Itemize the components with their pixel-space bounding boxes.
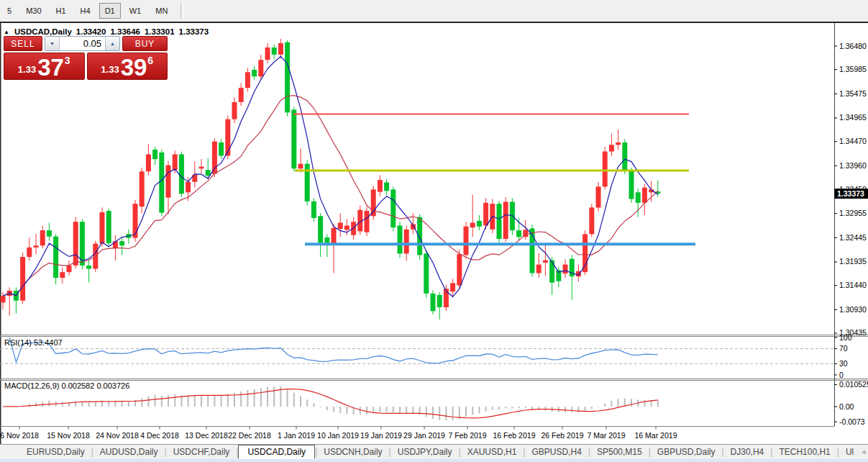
macd-bar: [604, 404, 606, 407]
macd-bar: [227, 394, 229, 407]
bid-price-big-digits: 37: [37, 58, 64, 77]
chart-tab-usdcnh-daily[interactable]: USDCNH,Daily: [317, 445, 388, 458]
lot-size-field[interactable]: 0.05: [59, 37, 106, 50]
bid-price-prefix: 1.33: [18, 64, 36, 75]
date-axis-label: 22 Dec 2018: [228, 431, 271, 440]
candle: [616, 142, 621, 145]
ask-price-tile[interactable]: 1.33 39 6: [87, 53, 168, 80]
date-axis-label: 10 Jan 2019: [317, 431, 359, 440]
chart-tab-tech100-h1[interactable]: TECH100,H1: [772, 445, 836, 458]
candle: [344, 225, 350, 230]
macd-bar: [393, 407, 394, 412]
macd-bar: [644, 400, 645, 407]
sell-button[interactable]: SELL: [4, 36, 42, 51]
chart-tab-audusd-daily[interactable]: AUDUSD,Daily: [93, 445, 165, 458]
macd-bar: [379, 407, 380, 412]
chart-tab-xauusd-h1[interactable]: XAUUSD,H1: [461, 445, 524, 458]
rsi-axis-label: 70: [839, 344, 848, 353]
candle: [100, 212, 105, 244]
candle: [67, 266, 72, 272]
candle: [549, 261, 554, 283]
tab-scroll-left-icon[interactable]: ◄: [860, 448, 867, 456]
timeframe-button-m30[interactable]: M30: [20, 3, 47, 19]
date-axis-label: 15 Nov 2018: [47, 431, 90, 440]
candle: [133, 204, 138, 238]
macd-bar: [240, 391, 242, 407]
current-price-tag-text: 1.33373: [837, 189, 864, 198]
macd-bar: [42, 402, 43, 407]
candle: [232, 102, 237, 119]
macd-bar: [346, 407, 347, 414]
macd-bar: [624, 398, 626, 407]
macd-bar: [544, 407, 546, 411]
candle: [642, 188, 647, 203]
macd-bar: [577, 407, 579, 412]
timeframe-button-h4[interactable]: H4: [75, 3, 96, 19]
candle: [417, 217, 422, 255]
candle: [338, 223, 343, 230]
date-axis-label: 7 Mar 2019: [587, 431, 625, 440]
chart-background[interactable]: [0, 22, 868, 445]
chart-tab-usdjpy-daily[interactable]: USDJPY,Daily: [391, 445, 459, 458]
macd-bar: [439, 407, 440, 420]
price-axis-label: 1.33960: [839, 161, 867, 170]
timeframe-button-d1[interactable]: D1: [99, 3, 121, 19]
chart-tab-eurusd-daily[interactable]: EURUSD,Daily: [20, 445, 91, 458]
candle: [206, 170, 211, 176]
candle: [265, 47, 270, 60]
candle: [219, 142, 224, 155]
candle: [258, 60, 263, 76]
lot-decrease-button[interactable]: ▼: [45, 37, 59, 50]
ohlc-open: 1.33420: [76, 27, 106, 36]
timeframe-button-5[interactable]: 5: [1, 3, 17, 19]
chart-tab-gbpusd-daily[interactable]: GBPUSD,Daily: [651, 445, 722, 458]
price-axis-label: 1.30930: [839, 305, 867, 314]
macd-bar: [399, 407, 401, 414]
timeframe-button-w1[interactable]: W1: [124, 3, 147, 19]
candle: [173, 154, 178, 170]
date-axis-label: 16 Feb 2019: [493, 431, 536, 440]
candle: [543, 261, 548, 263]
price-axis-label: 1.31440: [839, 281, 867, 289]
lot-increase-button[interactable]: ▲: [106, 37, 119, 50]
date-axis-label: 16 Mar 2019: [635, 431, 677, 440]
candle: [245, 72, 250, 88]
ohlc-low: 1.33301: [145, 27, 175, 36]
chart-tab-sp500-m15[interactable]: SP500,M15: [590, 445, 649, 458]
date-axis-label: 7 Feb 2019: [448, 431, 486, 440]
macd-bar: [35, 403, 37, 407]
macd-bar: [618, 399, 619, 407]
macd-bar: [287, 389, 288, 407]
date-axis-label: 13 Dec 2018: [185, 431, 228, 440]
macd-bar: [247, 390, 248, 407]
macd-bar: [260, 388, 262, 407]
chart-tab-usdchf-daily[interactable]: USDCHF,Daily: [167, 445, 237, 458]
macd-bar: [88, 402, 90, 407]
timeframe-toolbar: 5M30H1H4D1W1MN: [0, 0, 868, 22]
candle: [450, 283, 455, 291]
candle: [179, 154, 184, 194]
macd-bar: [565, 407, 566, 412]
macd-bar: [306, 399, 308, 407]
macd-bar: [313, 404, 314, 407]
chart-tab-ul[interactable]: Ul: [839, 445, 860, 458]
macd-bar: [585, 407, 586, 411]
candle: [291, 109, 296, 168]
candle: [152, 150, 157, 159]
macd-axis-label: 0.00: [839, 402, 854, 411]
timeframe-button-mn[interactable]: MN: [150, 3, 173, 19]
rsi-indicator-label: RSI(14) 53.4407: [4, 338, 63, 347]
macd-bar: [631, 399, 632, 407]
chart-tab-usdcad-daily[interactable]: USDCAD,Daily: [238, 445, 315, 459]
one-click-trading-panel: SELL ▼ 0.05 ▲ BUY 1.33 37 3 1.33 39 6: [4, 36, 168, 80]
bid-price-tile[interactable]: 1.33 37 3: [4, 53, 85, 80]
candle: [146, 154, 151, 171]
timeframe-button-h1[interactable]: H1: [50, 3, 72, 19]
collapse-triangle-icon[interactable]: ▲: [4, 29, 9, 35]
buy-button[interactable]: BUY: [122, 36, 168, 51]
candle: [589, 207, 594, 234]
macd-bar: [326, 407, 328, 410]
application-window: 1.364801.359851.354751.349651.344701.339…: [0, 0, 868, 462]
chart-tab-gbpusd-h4[interactable]: GBPUSD,H4: [525, 445, 588, 458]
chart-tab-dj30-h4[interactable]: DJ30,H4: [724, 445, 771, 458]
